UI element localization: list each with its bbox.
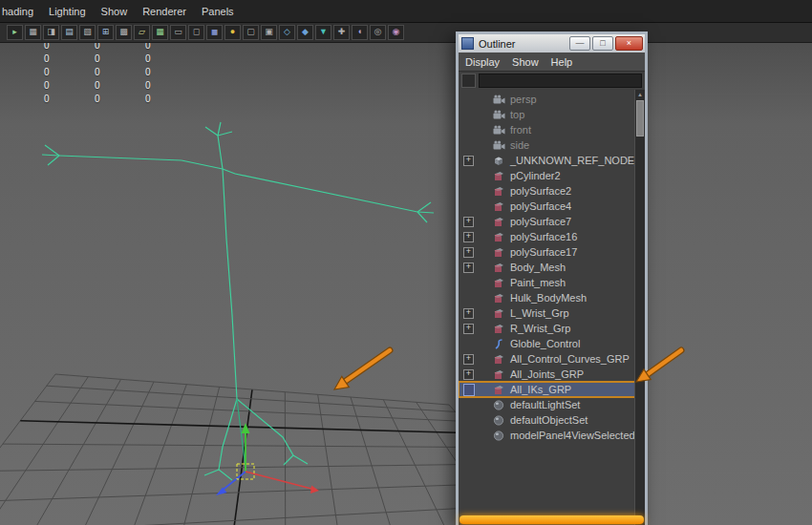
grid-icon[interactable]: ▦ [152,25,168,40]
panel-toolbar: ▸▦◨▤▧⊞▩▱▦▭◻◼●▢▣◇◆▼✚◖◎◉ [0,23,812,43]
hud-value: 0 [95,80,145,94]
image-plane-icon[interactable]: ▧ [79,25,96,40]
hud-value: 0 [44,94,95,107]
y-axis-arrow[interactable] [242,423,250,433]
outliner-item-l-wrist-grp[interactable]: +L_Wrist_Grp [459,305,635,321]
outliner-menu-display[interactable]: Display [465,56,500,68]
outliner-item-all-joints-grp[interactable]: +All_Joints_GRP [459,367,635,382]
expand-toggle[interactable]: + [463,308,474,319]
outliner-item-polysurface7[interactable]: +polySurface7 [459,214,635,229]
outliner-item-hulk-bodymesh[interactable]: Hulk_BodyMesh [459,290,635,305]
outliner-item-globle-control[interactable]: Globle_Control [459,336,635,351]
transform-icon [493,354,507,365]
grease-pencil-icon[interactable]: ▱ [134,25,150,40]
outliner-item-polysurface4[interactable]: polySurface4 [459,199,635,214]
expand-toggle[interactable]: + [463,354,474,365]
outliner-item-label: modelPanel4ViewSelectedSet [507,430,635,441]
resolution-gate-icon[interactable]: ◻ [188,25,204,40]
outliner-window: Outliner — □ × DisplayShowHelp persptopf… [456,32,648,525]
selected-item-marker[interactable] [463,384,475,396]
film-gate-icon[interactable]: ▭ [170,25,186,40]
menu-item-hading[interactable]: hading [2,6,33,17]
hud-value: 0 [145,94,196,107]
expand-toggle[interactable]: + [463,324,474,334]
safe-action-icon[interactable]: ▢ [243,25,259,40]
menu-item-panels[interactable]: Panels [202,6,234,17]
outliner-item-all-control-curves-grp[interactable]: +All_Control_Curves_GRP [459,351,635,367]
expand-toggle[interactable]: + [463,247,474,258]
outliner-item-paint-mesh[interactable]: Paint_mesh [459,275,635,290]
oversampling-icon[interactable]: ▩ [116,25,132,40]
set-icon [493,430,507,441]
filter-icon[interactable] [461,74,476,88]
shadows-icon[interactable]: ◖ [352,25,368,40]
wireframe-icon[interactable]: ◇ [279,25,295,40]
outliner-item-modelpanel4viewselectedset[interactable]: modelPanel4ViewSelectedSet [459,428,635,443]
menu-item-lighting[interactable]: Lighting [49,6,86,17]
outliner-item-label: polySurface17 [507,246,577,258]
hud-value: 0 [44,67,95,80]
outliner-item-body-mesh[interactable]: +Body_Mesh [459,260,635,275]
outliner-item-front[interactable]: front [459,122,635,137]
lock-camera-icon[interactable]: ▦ [25,25,41,40]
outliner-item-polysurface17[interactable]: +polySurface17 [459,244,635,260]
mesh-icon [493,171,507,181]
screen-space-ao-icon[interactable]: ◎ [370,25,386,40]
scroll-up-icon[interactable]: ▲ [635,90,645,99]
expander-slot: + [463,232,475,242]
safe-title-icon[interactable]: ▣ [261,25,277,40]
expand-toggle[interactable]: + [463,262,474,273]
outliner-item-defaultobjectset[interactable]: defaultObjectSet [459,412,635,428]
field-chart-icon[interactable]: ● [224,25,241,40]
shaded-display-icon[interactable]: ◆ [297,25,313,40]
menu-item-renderer[interactable]: Renderer [142,6,186,17]
set-icon [493,400,507,410]
select-camera-icon[interactable]: ▸ [7,25,23,40]
mesh-icon [493,186,507,197]
isolate-select-icon[interactable]: ◉ [388,25,404,40]
outliner-item-persp[interactable]: persp [459,92,635,107]
textured-display-icon[interactable]: ▼ [315,25,331,40]
outliner-item-label: All_Joints_GRP [507,368,584,380]
expand-toggle[interactable]: + [463,217,474,227]
expand-toggle[interactable]: + [463,232,474,242]
bookmarks-icon[interactable]: ▤ [61,25,77,40]
expander-slot: + [463,324,475,334]
close-button[interactable]: × [615,36,643,51]
outliner-filter-input[interactable] [479,74,642,88]
2d-pan-zoom-icon[interactable]: ⊞ [97,25,114,40]
outliner-menu-show[interactable]: Show [512,56,539,68]
outliner-item-pcylinder2[interactable]: pCylinder2 [459,168,635,183]
mesh-icon [493,247,507,258]
outliner-item-r-wrist-grp[interactable]: +R_Wrist_Grp [459,321,635,336]
window-icon [461,37,474,50]
expander-slot: + [463,354,475,365]
minimize-button[interactable]: — [569,36,590,51]
maximize-button[interactable]: □ [592,36,613,51]
hud-value: 0 [44,53,95,67]
outliner-item-unknown-ref-node-fosterp[interactable]: +_UNKNOWN_REF_NODE_fosterP [459,153,635,168]
hud-values: 000000000000000 [44,40,196,107]
expand-toggle[interactable]: + [463,369,474,380]
outliner-item-polysurface2[interactable]: polySurface2 [459,183,635,199]
outliner-titlebar[interactable]: Outliner — □ × [459,34,645,52]
outliner-item-defaultlightset[interactable]: defaultLightSet [459,397,635,412]
outliner-item-label: Hulk_BodyMesh [507,292,587,304]
outliner-item-side[interactable]: side [459,137,635,153]
outliner-item-all-iks-grp[interactable]: All_IKs_GRP [459,382,635,397]
progress-bar [459,515,644,524]
outliner-item-polysurface16[interactable]: +polySurface16 [459,229,635,244]
use-all-lights-icon[interactable]: ✚ [333,25,350,40]
camera-attributes-icon[interactable]: ◨ [43,25,59,40]
set-icon [493,415,507,426]
outliner-scrollbar[interactable]: ▲ ▼ [634,90,645,525]
outliner-menu-help[interactable]: Help [551,56,573,68]
scrollbar-thumb[interactable] [636,100,644,136]
menu-item-show[interactable]: Show [101,6,128,17]
outliner-item-label: polySurface4 [507,200,571,212]
move-manipulator[interactable] [216,423,319,495]
hud-value: 0 [95,67,145,80]
expand-toggle[interactable]: + [463,156,474,166]
outliner-item-top[interactable]: top [459,107,635,122]
gate-mask-icon[interactable]: ◼ [206,25,223,40]
